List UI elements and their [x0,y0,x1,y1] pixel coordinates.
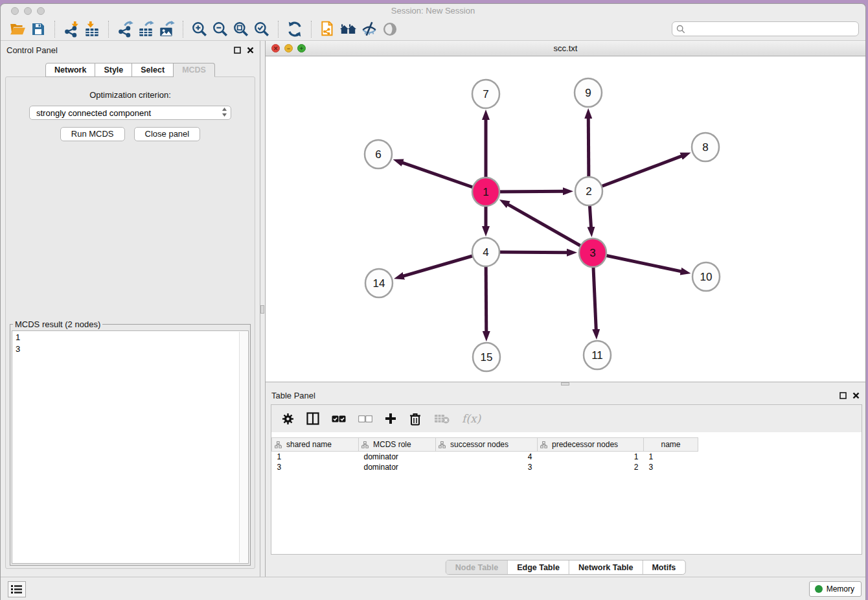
graph-node-label: 7 [483,88,488,100]
show-details-button[interactable] [380,20,400,38]
window-title: Session: New Session [1,4,865,18]
cell-successor-nodes[interactable]: 3 [436,462,538,472]
graph-node-label: 15 [481,351,493,363]
cell-predecessor-nodes[interactable]: 1 [538,452,644,462]
new-network-from-selection-button[interactable] [317,20,338,38]
column-header-successor-nodes[interactable]: successor nodes [436,438,538,452]
network-close-button[interactable]: ✕ [271,44,280,52]
graph-node-label: 4 [483,246,488,259]
tab-network[interactable]: Network [45,63,95,77]
search-box[interactable] [672,21,859,36]
title-bar: Session: New Session [1,4,865,17]
zoom-selected-button[interactable] [251,20,272,38]
new-network-document-icon [319,21,336,38]
network-canvas[interactable]: 7968124314101511 [266,56,865,382]
tab-network-table[interactable]: Network Table [569,560,643,574]
zoom-fit-button[interactable] [231,20,251,38]
toolbar-separator [311,21,312,38]
float-panel-icon[interactable] [234,47,241,54]
memory-button[interactable]: Memory [809,581,862,597]
cell-shared-name[interactable]: 1 [272,452,359,462]
apply-preferred-layout-button[interactable] [284,20,305,38]
tab-edge-table[interactable]: Edge Table [507,560,569,574]
node-table: shared name MCDS role successor nodes pr… [271,437,698,472]
control-panel-title: Control Panel [6,45,58,55]
show-column-panel-button[interactable] [306,412,319,425]
task-history-button[interactable] [8,581,26,597]
close-window-button[interactable] [11,7,19,15]
main-toolbar [1,17,865,41]
export-table-button[interactable] [135,20,156,38]
list-icon [11,584,23,594]
cell-shared-name[interactable]: 3 [272,462,359,472]
mcds-result-item: 1 [16,332,245,343]
cell-successor-nodes[interactable]: 4 [436,452,538,462]
graph-node-label: 11 [591,349,603,362]
eye-icon [382,21,398,38]
network-maximize-button[interactable]: + [297,44,306,52]
network-minimize-button[interactable]: − [284,44,293,52]
houses-button[interactable] [338,20,359,38]
table-panel: Table Panel [266,386,865,577]
column-type-icon [540,441,547,448]
zoom-in-icon [191,21,208,38]
close-panel-icon[interactable] [852,392,860,399]
cell-name[interactable]: 1 [644,452,698,462]
import-table-icon [84,21,100,38]
splitter-handle[interactable] [561,382,569,386]
import-table-button[interactable] [82,20,102,38]
export-image-button[interactable] [156,20,177,38]
splitter-handle[interactable] [260,305,264,314]
unselect-all-columns-button[interactable] [358,415,372,422]
graph-edge-2-8[interactable] [589,156,682,191]
table-settings-button[interactable] [282,413,294,425]
minimize-window-button[interactable] [24,7,32,15]
cell-predecessor-nodes[interactable]: 2 [538,462,644,472]
gear-icon [282,413,294,425]
tab-node-table[interactable]: Node Table [446,560,507,574]
select-all-columns-button[interactable] [332,415,346,422]
table-panel-title: Table Panel [271,391,315,400]
horizontal-splitter[interactable] [266,382,865,386]
import-network-button[interactable] [61,20,82,38]
export-network-icon [117,21,133,38]
tab-motifs[interactable]: Motifs [642,560,685,574]
column-header-predecessor-nodes[interactable]: predecessor nodes [538,438,644,452]
trash-icon [409,412,422,426]
column-header-name[interactable]: name [644,438,698,452]
cell-mcds-role[interactable]: dominator [359,452,436,462]
table-row[interactable]: 1 dominator 4 1 1 [272,452,698,462]
mcds-result-list[interactable]: 1 3 [12,330,249,564]
criterion-select[interactable]: strongly connected component [29,106,231,120]
delete-column-button[interactable] [409,412,422,426]
table-row[interactable]: 3 dominator 3 2 3 [272,462,698,472]
open-session-button[interactable] [7,20,28,38]
result-scrollbar[interactable] [239,332,247,562]
cell-name[interactable]: 3 [644,462,698,472]
tab-select[interactable]: Select [132,63,174,77]
close-panel-button[interactable]: Close panel [134,127,201,141]
tab-mcds[interactable]: MCDS [174,63,215,77]
mcds-panel: Optimization criterion: strongly connect… [5,76,255,569]
save-session-button[interactable] [28,20,49,38]
maximize-window-button[interactable] [37,7,45,15]
zoom-out-button[interactable] [210,20,231,38]
hide-details-button[interactable] [359,20,380,38]
tab-style[interactable]: Style [95,63,132,77]
search-input[interactable] [688,24,854,34]
float-panel-icon[interactable] [839,392,847,399]
zoom-in-button[interactable] [189,20,210,38]
create-column-button[interactable] [385,413,396,424]
vertical-splitter[interactable] [260,41,266,577]
optimization-criterion-label: Optimization criterion: [6,90,255,100]
network-view-title: scc.txt [266,41,865,56]
column-header-mcds-role[interactable]: MCDS role [359,438,436,452]
graph-node-label: 14 [373,277,385,290]
export-network-button[interactable] [115,20,135,38]
cell-mcds-role[interactable]: dominator [359,462,436,472]
mcds-result-item: 3 [16,343,245,355]
run-mcds-button[interactable]: Run MCDS [60,127,125,141]
close-panel-icon[interactable] [247,47,254,54]
graph-edge-3-1[interactable] [507,204,593,253]
column-header-shared-name[interactable]: shared name [272,438,359,452]
